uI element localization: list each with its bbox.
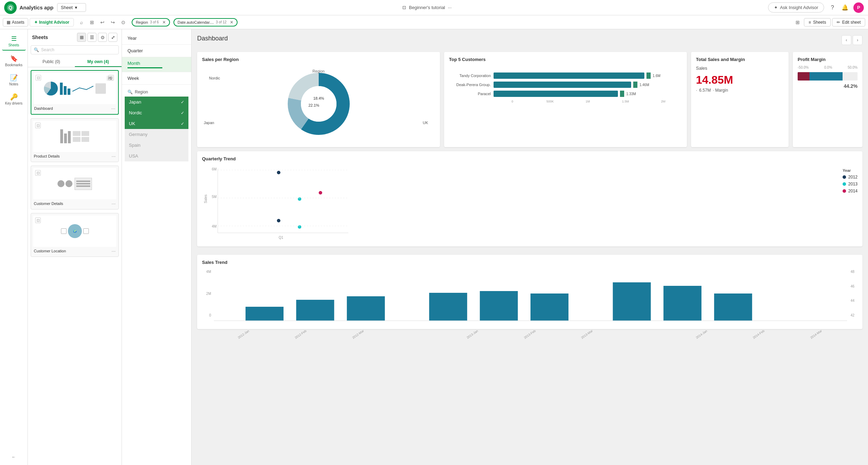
region-item-japan[interactable]: Japan ✓ bbox=[125, 97, 188, 107]
help-button[interactable]: ? bbox=[828, 3, 837, 12]
trow1 bbox=[76, 181, 90, 182]
insight-icon: ✦ bbox=[34, 20, 38, 25]
smart-search-icon[interactable]: ⌕ bbox=[77, 17, 86, 27]
topbar: Q Analytics app Sheet ▾ ⊡ Beginner's tut… bbox=[0, 0, 868, 15]
more-options-icon[interactable]: ··· bbox=[448, 5, 452, 10]
tab-my-own[interactable]: My own (4) bbox=[75, 57, 122, 67]
back-icon[interactable]: ⊙ bbox=[118, 17, 128, 27]
region-chip-close[interactable]: ✕ bbox=[162, 20, 166, 25]
x-spacer1 bbox=[386, 333, 443, 336]
customers-bars: Tandy Corporation 1.6M Deak-Perera Group… bbox=[449, 66, 682, 103]
grid-view-icon[interactable]: ⊞ bbox=[793, 17, 803, 27]
sidebar-item-key-drivers[interactable]: 🔑 Key drivers bbox=[2, 90, 26, 108]
customer-bar-wrap-2: 1.46M bbox=[494, 82, 682, 88]
collapse-sidebar-button[interactable]: ← bbox=[2, 452, 26, 462]
svg-point-20 bbox=[319, 191, 322, 195]
filter-week[interactable]: Week bbox=[122, 72, 191, 85]
avatar[interactable]: P bbox=[853, 2, 864, 13]
sheet-share-icon: ⊙ bbox=[108, 75, 114, 81]
sheet-name-customer-location: Customer Location ··· bbox=[33, 247, 116, 254]
svg-point-16 bbox=[277, 171, 280, 174]
expand-panel-button[interactable]: ⤢ bbox=[108, 33, 117, 42]
svg-text:Sales: Sales bbox=[204, 195, 208, 203]
date-filter-chip[interactable]: Date.autoCalendar.... 3 of 12 ✕ bbox=[173, 18, 238, 26]
filter-panel: Year Quarter Month Week 🔍 Region Japan ✓ bbox=[122, 29, 192, 465]
quarterly-legend: Year 2012 2013 2014 bbox=[843, 165, 858, 242]
sidebar-item-sheets[interactable]: ☰ Sheets bbox=[2, 32, 26, 51]
sheet-card-customer-details[interactable]: ⊡ Customer Details bbox=[31, 166, 119, 209]
notifications-icon[interactable]: 🔔 bbox=[841, 3, 849, 12]
notes-sidebar-icon: 📝 bbox=[10, 74, 18, 82]
sheets-button[interactable]: ≡ Sheets bbox=[804, 18, 830, 26]
margin-value: 6.57M bbox=[699, 88, 711, 93]
region-item-nordic[interactable]: Nordic ✓ bbox=[125, 107, 188, 118]
filter-year[interactable]: Year bbox=[122, 32, 191, 45]
sales-trend-y-left: 4M 2M 0 bbox=[202, 268, 212, 324]
region-item-spain[interactable]: Spain bbox=[125, 140, 188, 151]
edit-sheet-button[interactable]: ✏ Edit sheet bbox=[832, 18, 865, 26]
nav-arrows: ‹ › bbox=[842, 35, 862, 45]
nav-next-button[interactable]: › bbox=[853, 35, 862, 45]
dashboard-title: Dashboard bbox=[197, 35, 228, 42]
thumb-bars2 bbox=[60, 129, 71, 143]
customer-details-more-icon[interactable]: ··· bbox=[111, 201, 116, 206]
sort-button[interactable]: ⊙ bbox=[98, 33, 107, 42]
tutorial-icon: ⊡ bbox=[402, 5, 406, 10]
total-sales-card: Total Sales and Margin Sales 14.85M · 6.… bbox=[691, 52, 789, 147]
customer-bar-3 bbox=[494, 91, 618, 97]
legend-label-2014: 2014 bbox=[848, 189, 858, 193]
quarterly-title: Quarterly Trend bbox=[202, 156, 858, 161]
year-label: Year bbox=[127, 36, 137, 41]
product-more-icon[interactable]: ··· bbox=[111, 153, 116, 159]
toolbar2-icons: ⌕ ⊞ ↩ ↪ ⊙ bbox=[77, 17, 128, 27]
selections-icon[interactable]: ⊞ bbox=[87, 17, 97, 27]
sheet-thumb-product-details: ⊡ bbox=[33, 121, 116, 152]
assets-button[interactable]: ▦ Assets bbox=[3, 18, 28, 26]
sales-trend-inner: 4M 2M 0 bbox=[202, 268, 858, 324]
thumb-location-content: 🌍 bbox=[61, 224, 89, 238]
sheet-thumb-dashboard: ⊡ #1 ⊙ bbox=[33, 73, 116, 104]
customer-location-more-icon[interactable]: ··· bbox=[111, 248, 116, 254]
sidebar-item-notes[interactable]: 📝 Notes bbox=[2, 71, 26, 89]
region-item-uk[interactable]: UK ✓ bbox=[125, 118, 188, 129]
sheet-card-customer-location[interactable]: ⊡ 🌍 Customer Location ··· bbox=[31, 213, 119, 257]
list-view-button[interactable]: ☰ bbox=[87, 33, 96, 42]
date-chip-sub: 3 of 12 bbox=[216, 20, 227, 24]
date-chip-close[interactable]: ✕ bbox=[230, 20, 233, 25]
filter-month[interactable]: Month bbox=[122, 57, 191, 72]
region-item-germany[interactable]: Germany bbox=[125, 129, 188, 140]
insight-advisor-tab[interactable]: ✦ Insight Advisor bbox=[30, 18, 74, 26]
tb3 bbox=[68, 131, 71, 143]
customer-name-2: Deak-Perera Group. bbox=[449, 83, 491, 87]
sheet-card-product-details[interactable]: ⊡ bbox=[31, 118, 119, 162]
customer-bar-wrap-3: 1.33M bbox=[494, 91, 682, 97]
nav-prev-button[interactable]: ‹ bbox=[842, 35, 851, 45]
sheet-dropdown[interactable]: Sheet ▾ bbox=[57, 3, 86, 12]
customer-mini-3 bbox=[620, 91, 624, 97]
region-filter-chip[interactable]: Region 3 of 6 ✕ bbox=[132, 18, 170, 26]
sidebar-item-bookmarks[interactable]: 🔖 Bookmarks bbox=[2, 52, 26, 70]
filter-quarter[interactable]: Quarter bbox=[122, 45, 191, 57]
quarterly-chart-area: 6M 5M 4M Q1 Sales bbox=[202, 165, 839, 242]
sheets-list: ⊡ #1 ⊙ Dashboard bbox=[28, 67, 122, 465]
sheets-panel-header: Sheets ⊞ ☰ ⊙ ⤢ bbox=[28, 29, 122, 45]
qlik-icon[interactable]: Q bbox=[4, 1, 17, 14]
sheets-sidebar-label: Sheets bbox=[8, 43, 19, 47]
sheet-more-icon[interactable]: ··· bbox=[111, 106, 115, 111]
undo-icon[interactable]: ↩ bbox=[98, 17, 107, 27]
svg-point-17 bbox=[277, 219, 280, 222]
sparkle-icon: ✦ bbox=[774, 5, 778, 10]
ask-insight-advisor-button[interactable]: ✦ Ask Insight Advisor bbox=[768, 2, 824, 13]
region-item-usa[interactable]: USA bbox=[125, 151, 188, 161]
key-drivers-sidebar-label: Key drivers bbox=[5, 101, 22, 105]
redo-icon[interactable]: ↪ bbox=[108, 17, 118, 27]
sheet-thumb-content2 bbox=[57, 127, 92, 146]
grid-view-button[interactable]: ⊞ bbox=[77, 33, 86, 42]
thumb-pie-chart bbox=[44, 82, 58, 96]
sales-trend-chart-area: 2012-Jan 2012-Feb 2012-Mar 2013-Jan 2013… bbox=[214, 268, 847, 324]
sheet-card-dashboard[interactable]: ⊡ #1 ⊙ Dashboard bbox=[31, 70, 119, 115]
search-sheets-input[interactable]: 🔍 Search bbox=[31, 45, 119, 54]
dashboard-label: Dashboard bbox=[34, 106, 53, 110]
svg-text:6M: 6M bbox=[212, 167, 217, 171]
tab-public[interactable]: Public (0) bbox=[28, 57, 75, 67]
